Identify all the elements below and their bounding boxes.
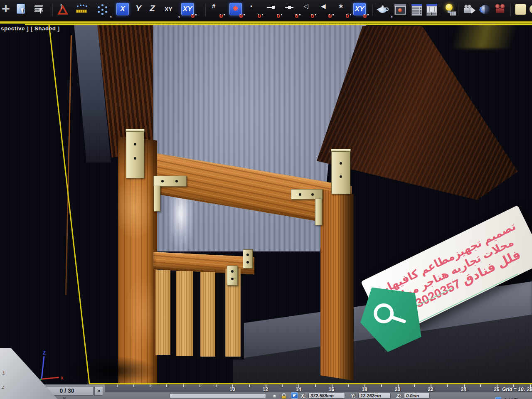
viewport-top-border — [0, 21, 532, 24]
ruler-number: 14 — [292, 387, 305, 392]
metal-bracket — [243, 249, 253, 268]
ruler-tick — [166, 384, 167, 387]
toolbar-separator — [205, 4, 206, 16]
ruler-tick — [249, 384, 250, 387]
ruler-tick — [133, 384, 134, 387]
grid-spacing-label: Grid = 10. — [502, 387, 525, 392]
render-setup-icon[interactable] — [426, 3, 440, 18]
environment-sphere-icon[interactable] — [479, 3, 493, 18]
ruler-tick — [348, 384, 349, 387]
x-coordinate-field[interactable]: 372.588cm — [308, 393, 345, 399]
ruler-number: 24 — [458, 387, 470, 392]
blank-button[interactable] — [515, 3, 529, 18]
toolbar-separator — [440, 4, 440, 16]
metal-bracket — [154, 186, 160, 212]
camera-icon[interactable] — [463, 3, 477, 18]
screen: +↑,XYZXY,XY#++▪◁◀∗XY, — [0, 0, 532, 399]
ruler-tick — [447, 384, 448, 387]
material-editor-icon[interactable] — [411, 3, 425, 18]
magnet-snap-icon — [276, 14, 283, 20]
y-coordinate-field[interactable]: 12.262cm — [358, 393, 391, 399]
scene-shadow — [66, 356, 158, 384]
axis-y-button[interactable]: Y — [135, 3, 149, 18]
prompt-field[interactable] — [170, 393, 266, 398]
axis-xy-label[interactable]: XY, — [164, 3, 178, 18]
metal-bracket — [227, 266, 238, 286]
ruler-tick — [480, 384, 481, 387]
toolbar-separator — [510, 4, 511, 16]
ruler-tick — [282, 384, 283, 387]
magnet-snap-icon — [310, 14, 317, 20]
add-time-tag-icon[interactable] — [495, 397, 501, 399]
z-coordinate-label: Z: — [397, 393, 401, 399]
metal-bracket — [331, 151, 350, 194]
metal-bracket — [126, 131, 144, 178]
add-time-tag-label[interactable]: Add Tim — [504, 397, 522, 399]
ruler-number: 18 — [358, 387, 371, 392]
ruler-tick — [183, 384, 184, 387]
magnet-snap-icon — [363, 14, 369, 20]
metal-bracket — [153, 176, 187, 187]
snap-endpoint-button[interactable] — [267, 3, 281, 18]
screen-glare — [436, 24, 532, 49]
snap-point-button[interactable]: ∗ — [337, 3, 350, 18]
main-toolbar: +↑,XYZXY,XY#++▪◁◀∗XY, — [0, 0, 532, 21]
video-post-camera-icon[interactable] — [495, 3, 509, 18]
partial-icon[interactable] — [529, 3, 532, 18]
move-plus-icon[interactable]: + — [1, 3, 15, 18]
ruler-tick — [150, 384, 150, 387]
measure-ruler-icon[interactable] — [76, 3, 90, 18]
y-coordinate-label: Y: — [351, 393, 355, 399]
viewport-canvas[interactable] — [0, 24, 532, 384]
snap-pivot-button[interactable]: ++ — [229, 3, 244, 18]
ruler-number: 20 — [392, 387, 404, 392]
wood-slat — [176, 271, 193, 356]
bezel-mark: 1 — [2, 370, 4, 375]
status-dot-icon — [273, 395, 276, 398]
axis-x-button[interactable]: X — [116, 3, 131, 18]
x-coordinate-label: X: — [301, 393, 306, 399]
scaffold-tool-icon[interactable]: ↑ — [57, 3, 71, 18]
ruler-number: 16 — [325, 387, 338, 392]
wood-post-right — [320, 189, 354, 381]
select-by-layer-icon[interactable] — [34, 3, 48, 18]
snap-plane-xy-button[interactable]: XY — [353, 3, 367, 18]
z-coordinate-field[interactable]: 0.0cm — [404, 393, 430, 399]
snap-face-button[interactable]: ◀ — [320, 3, 332, 18]
select-document-icon[interactable] — [16, 3, 30, 18]
wood-slat — [200, 272, 215, 357]
snap-vertex-button[interactable]: ▪ — [249, 3, 262, 18]
render-teapot-icon[interactable]: , — [377, 3, 391, 18]
ruler-number: 22 — [424, 387, 437, 392]
ruler-number: 12 — [259, 387, 272, 392]
ruler-tick — [381, 384, 382, 387]
magnet-snap-icon — [295, 14, 301, 20]
snap-midpoint-button[interactable] — [285, 3, 299, 18]
chevron-down-icon[interactable]: ∨ — [62, 396, 66, 399]
snap-grid-button[interactable]: # — [211, 3, 224, 18]
toolbar-separator — [458, 4, 458, 16]
track-bar[interactable]: 10121416182022242628 — [105, 384, 532, 392]
selection-lock-icon[interactable] — [281, 393, 287, 399]
axis-z-button[interactable]: Z — [149, 3, 163, 18]
metal-bracket — [315, 199, 322, 225]
ruler-number: 26 — [490, 387, 503, 392]
scene-spline-edge — [65, 35, 72, 295]
rendered-frame-window-icon[interactable] — [394, 3, 408, 18]
wood-slat — [155, 270, 170, 355]
plane-xy-snap-button[interactable]: XY — [181, 3, 195, 18]
status-row: X: 372.588cm Y: 12.262cm Z: 0.0cm Grid =… — [0, 392, 532, 399]
magnet-snap-icon — [191, 14, 197, 20]
magnet-snap-icon — [257, 14, 264, 20]
absolute-mode-toggle-icon[interactable] — [291, 392, 298, 399]
light-lister-icon[interactable] — [444, 3, 458, 18]
selection-dots-icon[interactable]: , — [96, 3, 110, 18]
magnet-snap-icon — [345, 14, 352, 20]
metal-bracket — [291, 189, 323, 200]
viewport-label: spective ] [ Shaded ] — [1, 25, 60, 32]
ruler-number: 10 — [226, 387, 239, 392]
timeline-statusbar: < 0 / 30 > 10121416182022242628 X: 372.5… — [0, 384, 532, 399]
magnet-snap-icon — [239, 14, 245, 20]
snap-edge-button[interactable]: ◁ — [303, 3, 315, 18]
toolbar-separator — [52, 4, 53, 16]
